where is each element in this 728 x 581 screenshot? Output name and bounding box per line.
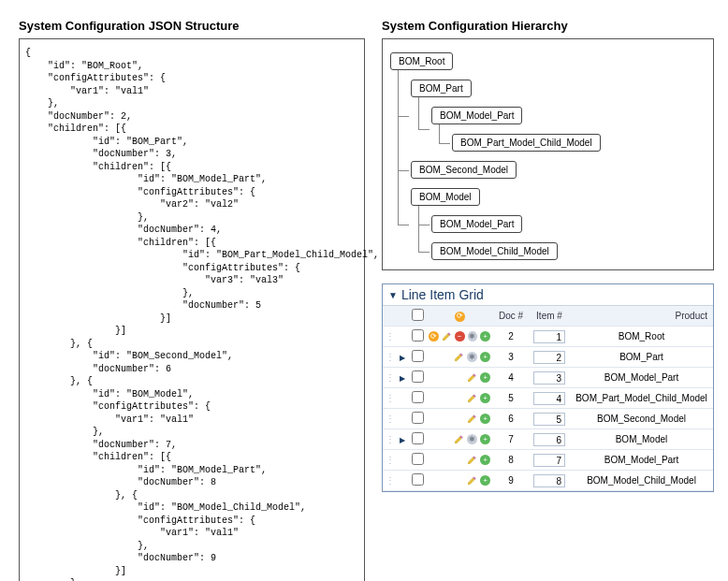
expand-toggle-icon[interactable]: ▶ [400,436,405,444]
col-header-item: Item # [529,306,570,327]
add-icon[interactable]: + [480,434,490,444]
doc-number-cell: 6 [493,409,529,429]
hierarchy-panel: BOM_Root BOM_Part BOM_Model_Part [382,38,714,270]
line-item-grid-panel: ▼ Line Item Grid ⟳ Doc # Item # [382,283,714,492]
table-row: ⋮⋮+54BOM_Part_Model_Child_Model [383,388,713,409]
edit-icon[interactable] [467,455,477,465]
add-icon[interactable]: + [480,455,490,465]
product-name-cell: BOM_Part [570,347,713,368]
reconfigure-icon[interactable]: ⟳ [429,331,439,341]
select-all-checkbox[interactable] [412,309,424,321]
doc-number-cell: 5 [493,388,529,409]
drag-handle-icon[interactable]: ⋮⋮ [386,331,396,341]
doc-number-cell: 2 [493,327,529,347]
configure-icon[interactable]: ✱ [467,352,477,362]
remove-icon[interactable]: − [455,331,465,341]
product-name-cell: BOM_Part_Model_Child_Model [570,388,713,409]
header-docs-icon[interactable]: ⟳ [455,312,465,322]
drag-handle-icon[interactable]: ⋮⋮ [386,455,396,465]
col-header-product: Product [570,306,713,327]
tree-node-second-model: BOM_Second_Model [411,161,517,179]
configure-icon[interactable]: ✱ [467,434,477,444]
configure-icon[interactable]: ✱ [468,331,478,341]
add-icon[interactable]: + [480,393,490,403]
add-icon[interactable]: + [480,331,490,341]
drag-handle-icon[interactable]: ⋮⋮ [386,352,396,362]
item-number-input[interactable]: 7 [533,454,565,467]
json-structure-content: { "id": "BOM_Root", "configAttributes": … [25,47,358,581]
hierarchy-title: System Configuration Hierarchy [382,19,714,33]
table-row: ⋮⋮⟳−✱+21BOM_Root [383,327,713,347]
json-structure-panel: { "id": "BOM_Root", "configAttributes": … [19,38,365,581]
edit-icon[interactable] [454,352,464,362]
product-name-cell: BOM_Model_Part [570,450,713,471]
item-number-input[interactable]: 8 [533,474,565,487]
doc-number-cell: 8 [493,450,529,471]
table-row: ⋮⋮+65BOM_Second_Model [383,409,713,429]
drag-handle-icon[interactable]: ⋮⋮ [386,393,396,403]
add-icon[interactable]: + [480,352,490,362]
edit-icon[interactable] [467,475,477,486]
edit-icon[interactable] [467,414,477,424]
row-select-checkbox[interactable] [412,391,424,403]
tree-node-model-part: BOM_Model_Part [431,107,522,124]
doc-number-cell: 7 [493,429,529,450]
expand-toggle-icon[interactable]: ▶ [400,354,405,362]
row-select-checkbox[interactable] [412,350,424,362]
add-icon[interactable]: + [480,372,490,383]
item-number-input[interactable]: 6 [533,433,565,446]
drag-handle-icon[interactable]: ⋮⋮ [386,414,396,424]
table-row: ⋮⋮▶✱+76BOM_Model [383,429,713,450]
add-icon[interactable]: + [480,414,490,424]
doc-number-cell: 3 [493,347,529,368]
product-name-cell: BOM_Model_Child_Model [570,471,713,491]
line-item-grid-table: ⟳ Doc # Item # Product ⋮⋮⟳−✱+21BOM_Root⋮… [383,306,713,491]
tree-node-model: BOM_Model [411,188,480,206]
row-select-checkbox[interactable] [412,370,424,383]
item-number-input[interactable]: 1 [533,330,565,343]
item-number-input[interactable]: 4 [533,392,565,405]
row-select-checkbox[interactable] [412,473,424,486]
add-icon[interactable]: + [480,475,490,486]
edit-icon[interactable] [454,434,464,444]
row-select-checkbox[interactable] [412,412,424,424]
tree-node-root: BOM_Root [390,52,453,70]
item-number-input[interactable]: 5 [533,413,565,426]
table-row: ⋮⋮+98BOM_Model_Child_Model [383,471,713,491]
doc-number-cell: 4 [493,368,529,388]
row-select-checkbox[interactable] [412,329,424,341]
row-select-checkbox[interactable] [412,432,424,444]
drag-handle-icon[interactable]: ⋮⋮ [386,434,396,444]
col-header-doc: Doc # [493,306,529,327]
tree-node-part: BOM_Part [411,80,472,97]
edit-icon[interactable] [467,393,477,403]
drag-handle-icon[interactable]: ⋮⋮ [386,372,396,383]
product-name-cell: BOM_Model [570,429,713,450]
product-name-cell: BOM_Model_Part [570,368,713,388]
product-name-cell: BOM_Root [570,327,713,347]
table-row: ⋮⋮▶✱+32BOM_Part [383,347,713,368]
item-number-input[interactable]: 2 [533,351,565,364]
grid-collapse-icon[interactable]: ▼ [388,290,398,300]
tree-node-part-model-child: BOM_Part_Model_Child_Model [452,134,601,152]
json-structure-title: System Configuration JSON Structure [19,19,365,33]
table-row: ⋮⋮▶+43BOM_Model_Part [383,368,713,388]
row-select-checkbox[interactable] [412,453,424,465]
table-row: ⋮⋮+87BOM_Model_Part [383,450,713,471]
item-number-input[interactable]: 3 [533,371,565,385]
tree-node-model-child: BOM_Model_Child_Model [431,242,558,260]
doc-number-cell: 9 [493,471,529,491]
product-name-cell: BOM_Second_Model [570,409,713,429]
grid-title-text: Line Item Grid [401,287,484,302]
expand-toggle-icon[interactable]: ▶ [400,374,405,383]
edit-icon[interactable] [442,331,452,341]
tree-node-model-part2: BOM_Model_Part [431,215,522,233]
drag-handle-icon[interactable]: ⋮⋮ [386,475,396,486]
edit-icon[interactable] [467,372,477,383]
